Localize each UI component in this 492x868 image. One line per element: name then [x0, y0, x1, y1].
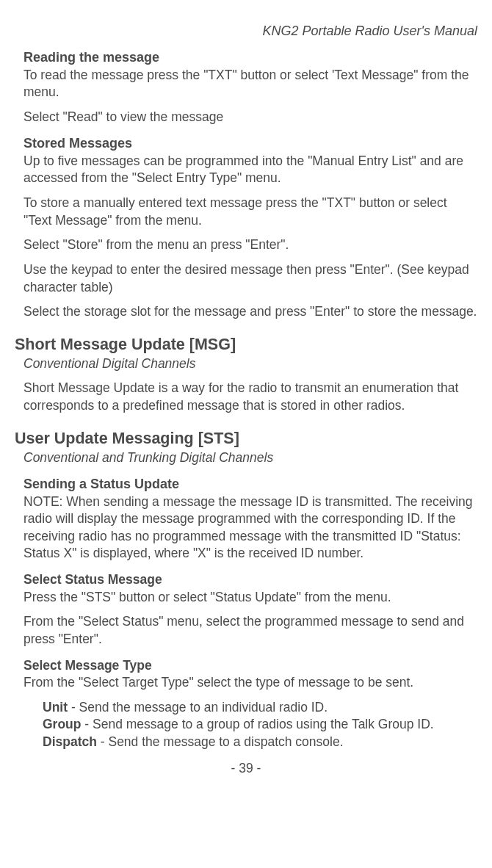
paragraph: Use the keypad to enter the desired mess… [15, 261, 477, 296]
paragraph: To store a manually entered text message… [15, 195, 477, 229]
list-item: Group - Send message to a group of radio… [15, 716, 477, 734]
list-item-desc: - Send the message to an individual radi… [68, 700, 328, 715]
list-item-desc: - Send message to a group of radios usin… [82, 717, 434, 731]
paragraph: Select "Read" to view the message [15, 109, 477, 126]
heading-reading-message: Reading the message [15, 48, 477, 66]
paragraph: Select the storage slot for the message … [15, 303, 477, 321]
heading-stored-messages: Stored Messages [15, 134, 477, 152]
paragraph: Select "Store" from the menu an press "E… [15, 236, 477, 254]
list-item-desc: - Send the message to a dispatch console… [97, 734, 344, 749]
page-header-title: KNG2 Portable Radio User's Manual [15, 22, 477, 40]
paragraph: Press the "STS" button or select "Status… [15, 589, 477, 607]
paragraph: From the "Select Status" menu, select th… [15, 613, 477, 648]
list-item-label: Dispatch [43, 734, 97, 749]
subtitle: Conventional and Trunking Digital Channe… [15, 449, 477, 467]
heading-sending-status-update: Sending a Status Update [15, 475, 477, 493]
heading-select-status-message: Select Status Message [15, 571, 477, 589]
list-item: Unit - Send the message to an individual… [15, 699, 477, 717]
list-item: Dispatch - Send the message to a dispatc… [15, 734, 477, 751]
list-item-label: Group [43, 717, 82, 731]
heading-short-message-update: Short Message Update [MSG] [15, 334, 477, 355]
heading-user-update-messaging: User Update Messaging [STS] [15, 428, 477, 449]
page-number: - 39 - [15, 760, 477, 778]
paragraph: Short Message Update is a way for the ra… [15, 380, 477, 414]
paragraph: To read the message press the "TXT" butt… [15, 67, 477, 101]
paragraph: Up to five messages can be programmed in… [15, 153, 477, 187]
paragraph: NOTE: When sending a message the message… [15, 493, 477, 563]
list-item-label: Unit [43, 700, 68, 715]
subtitle: Conventional Digital Channels [15, 355, 477, 373]
paragraph: From the "Select Target Type" select the… [15, 674, 477, 692]
heading-select-message-type: Select Message Type [15, 657, 477, 675]
